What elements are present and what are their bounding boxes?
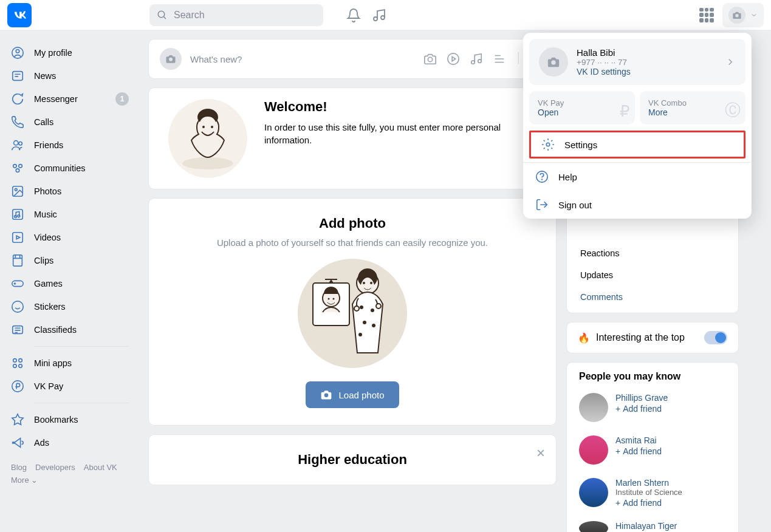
video-icon[interactable] <box>447 52 460 66</box>
sidebar-item-classifieds[interactable]: Classifieds <box>5 318 135 341</box>
sidebar-item-label: Communities <box>34 163 86 173</box>
friends-icon <box>11 138 24 152</box>
svg-point-36 <box>202 126 205 128</box>
add-friend-button[interactable]: + Add friend <box>615 404 668 414</box>
help-icon <box>535 170 549 183</box>
apps-grid-icon[interactable] <box>699 8 714 22</box>
svg-point-46 <box>360 305 363 309</box>
dropdown-id-settings-link[interactable]: VK ID settings <box>577 67 631 77</box>
sidebar-item-news[interactable]: News <box>5 64 135 87</box>
sidebar-item-clips[interactable]: Clips <box>5 249 135 272</box>
sidebar-item-communities[interactable]: Communities <box>5 157 135 180</box>
dropdown-signout-label: Sign out <box>558 200 592 210</box>
signout-icon <box>535 198 549 211</box>
svg-point-33 <box>471 61 475 64</box>
music-icon[interactable] <box>470 52 483 66</box>
header-icons <box>346 8 386 22</box>
footer-blog[interactable]: Blog <box>11 463 27 472</box>
avatar[interactable] <box>579 478 608 507</box>
svg-point-19 <box>15 216 17 218</box>
friend-sub: Institute of Science <box>615 488 682 497</box>
vk-logo[interactable] <box>7 3 32 27</box>
interesting-toggle[interactable] <box>704 331 727 344</box>
avatar[interactable] <box>579 393 608 422</box>
svg-point-4 <box>551 60 555 64</box>
photo-icon[interactable] <box>423 52 437 66</box>
sidebar-item-messenger[interactable]: Messenger1 <box>5 87 135 111</box>
svg-point-44 <box>363 282 365 284</box>
article-icon[interactable] <box>493 52 506 66</box>
sidebar-item-bookmarks[interactable]: Bookmarks <box>5 408 135 431</box>
sidebar-item-photos[interactable]: Photos <box>5 180 135 203</box>
sidebar-item-label: Mini apps <box>34 358 72 368</box>
footer-more[interactable]: More ⌄ <box>11 476 38 485</box>
welcome-body: In order to use this site fully, you mus… <box>264 121 543 146</box>
sidebar-item-friends[interactable]: Friends <box>5 134 135 157</box>
load-photo-button[interactable]: Load photo <box>306 381 399 408</box>
filter-comments[interactable]: Comments <box>567 286 738 308</box>
avatar[interactable] <box>579 435 608 465</box>
sidebar-item-ads[interactable]: Ads <box>5 431 135 454</box>
vk-pay-card[interactable]: VK Pay Open ₽ <box>529 91 635 124</box>
svg-point-49 <box>372 324 375 327</box>
close-icon[interactable]: × <box>536 445 545 462</box>
svg-point-0 <box>158 11 165 18</box>
friend-row: Phillips Grave + Add friend <box>567 388 738 431</box>
footer-about[interactable]: About VK <box>84 463 117 472</box>
gear-icon <box>541 138 555 151</box>
footer-developers[interactable]: Developers <box>35 463 75 472</box>
music-icon[interactable] <box>372 8 386 22</box>
svg-point-50 <box>358 333 362 336</box>
filter-reactions[interactable]: Reactions <box>567 242 738 264</box>
videos-icon <box>11 231 24 244</box>
friend-name[interactable]: Asmita Rai <box>615 435 662 445</box>
friend-name[interactable]: Marlen Shtern <box>615 478 682 488</box>
sidebar-item-label: VK Pay <box>34 381 63 391</box>
svg-point-27 <box>13 364 17 368</box>
sidebar-item-label: Music <box>34 210 57 219</box>
dropdown-help[interactable]: Help <box>523 163 752 191</box>
badge: 1 <box>115 92 129 106</box>
composer[interactable]: What's new? │ <box>148 39 557 79</box>
svg-point-5 <box>546 143 550 146</box>
sidebar-item-videos[interactable]: Videos <box>5 226 135 249</box>
header-right <box>699 3 764 27</box>
sidebar-item-music[interactable]: Music <box>5 203 135 226</box>
bell-icon[interactable] <box>346 8 361 22</box>
sidebar-item-profile[interactable]: My profile <box>5 41 135 64</box>
friend-name[interactable]: Himalayan Tiger <box>615 521 677 531</box>
dropdown-signout[interactable]: Sign out <box>523 191 752 219</box>
vk-combo-title: VK Combo <box>648 98 737 107</box>
dropdown-services: VK Pay Open ₽ VK Combo More Ⓒ <box>529 91 745 124</box>
profile-menu-button[interactable] <box>722 3 764 27</box>
header: Search <box>0 0 771 30</box>
friend-row: Himalayan Tiger <box>567 516 738 532</box>
svg-point-48 <box>363 321 366 324</box>
sidebar-item-miniapps[interactable]: Mini apps <box>5 352 135 375</box>
welcome-title: Welcome! <box>264 99 543 115</box>
sidebar-item-vkpay[interactable]: VK Pay <box>5 375 135 398</box>
fire-icon: 🔥 <box>578 332 590 344</box>
dropdown-settings[interactable]: Settings <box>529 131 745 159</box>
add-friend-button[interactable]: + Add friend <box>615 498 682 508</box>
ads-icon <box>11 436 24 449</box>
dropdown-settings-label: Settings <box>564 140 597 150</box>
sidebar-item-games[interactable]: Games <box>5 272 135 295</box>
sidebar-item-stickers[interactable]: Stickers <box>5 295 135 318</box>
friend-name[interactable]: Phillips Grave <box>615 393 668 403</box>
vk-combo-card[interactable]: VK Combo More Ⓒ <box>640 91 745 124</box>
vk-combo-action: More <box>648 107 737 117</box>
ruble-icon: ₽ <box>620 102 630 121</box>
search-input[interactable]: Search <box>149 4 323 26</box>
sidebar-item-calls[interactable]: Calls <box>5 111 135 134</box>
filter-updates[interactable]: Updates <box>567 264 738 286</box>
sidebar-item-label: Classifieds <box>34 325 77 335</box>
friend-row: Asmita Rai + Add friend <box>567 431 738 473</box>
add-friend-button[interactable]: + Add friend <box>615 446 662 456</box>
avatar[interactable] <box>579 521 608 532</box>
dropdown-profile-card[interactable]: Halla Bibi +977 ·· ·· ·· 77 VK ID settin… <box>529 39 745 85</box>
sidebar-item-label: Bookmarks <box>34 415 78 425</box>
sidebar-item-label: Games <box>34 279 63 288</box>
svg-rect-21 <box>13 233 23 243</box>
svg-point-11 <box>14 141 18 145</box>
